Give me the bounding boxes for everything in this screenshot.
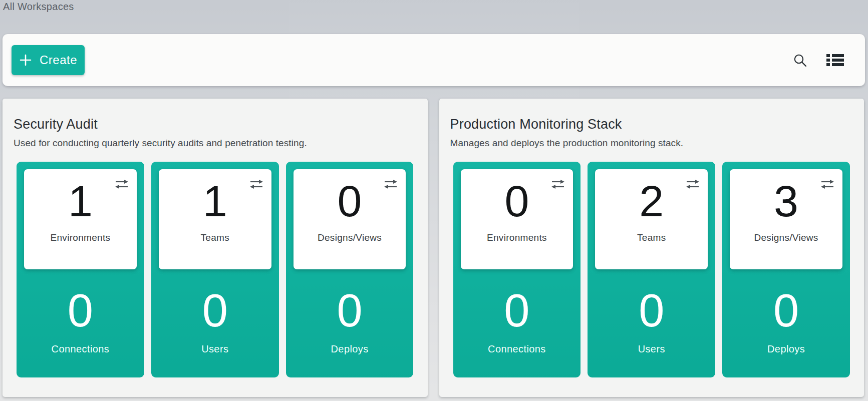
- workspace-title: Security Audit: [14, 117, 417, 132]
- swap-horizontal-arrows-icon[interactable]: [383, 179, 398, 191]
- stat-tile-secondary: 0 Deploys: [730, 287, 842, 355]
- list-view-icon[interactable]: [824, 52, 846, 69]
- stat-tile-secondary: 0 Connections: [24, 287, 137, 355]
- swap-horizontal-arrows-icon[interactable]: [685, 179, 700, 191]
- workspace-card-production-monitoring-stack[interactable]: Production Monitoring Stack Manages and …: [439, 99, 864, 397]
- secondary-label: Connections: [461, 343, 573, 355]
- create-button[interactable]: Create: [12, 45, 85, 75]
- search-icon[interactable]: [791, 51, 809, 70]
- stat-tile-secondary: 0 Deploys: [294, 287, 406, 355]
- secondary-label: Deploys: [294, 343, 406, 355]
- stat-tile-primary: 1 Teams: [159, 169, 271, 269]
- workspace-description: Manages and deploys the production monit…: [450, 138, 853, 149]
- page-title: All Workspaces: [3, 1, 74, 13]
- stat-tile-environments[interactable]: 1 Environments 0 Connections: [17, 162, 144, 377]
- stat-tile-designs-views[interactable]: 0 Designs/Views 0 Deploys: [286, 162, 414, 377]
- stat-tile-secondary: 0 Users: [595, 287, 708, 355]
- swap-horizontal-arrows-icon[interactable]: [249, 179, 264, 191]
- primary-label: Teams: [637, 232, 666, 243]
- primary-label: Designs/Views: [754, 232, 818, 243]
- stat-tile-secondary: 0 Users: [159, 287, 271, 355]
- create-button-label: Create: [40, 53, 77, 67]
- stat-tile-environments[interactable]: 0 Environments 0 Connections: [453, 162, 581, 377]
- stat-tiles: 1 Environments 0 Connections: [17, 162, 414, 377]
- stat-tile-teams[interactable]: 1 Teams 0 Users: [151, 162, 279, 377]
- secondary-label: Users: [595, 343, 708, 355]
- secondary-count: 0: [24, 287, 137, 333]
- workspace-card-security-audit[interactable]: Security Audit Used for conducting quart…: [3, 99, 428, 397]
- primary-count: 1: [203, 179, 227, 223]
- primary-label: Environments: [487, 232, 547, 243]
- secondary-count: 0: [294, 287, 406, 333]
- plus-icon: [19, 54, 32, 67]
- workspace-description: Used for conducting quarterly security a…: [14, 138, 417, 149]
- stat-tile-primary: 0 Designs/Views: [294, 169, 406, 269]
- stat-tile-primary: 0 Environments: [461, 169, 573, 269]
- stat-tile-secondary: 0 Connections: [461, 287, 573, 355]
- secondary-count: 0: [461, 287, 573, 333]
- secondary-label: Connections: [24, 343, 137, 355]
- secondary-label: Deploys: [730, 343, 842, 355]
- secondary-count: 0: [159, 287, 271, 333]
- secondary-count: 0: [730, 287, 842, 333]
- secondary-label: Users: [159, 343, 271, 355]
- primary-count: 0: [504, 179, 529, 223]
- primary-count: 1: [68, 179, 93, 223]
- stat-tile-designs-views[interactable]: 3 Designs/Views 0 Deploys: [722, 162, 850, 377]
- stat-tiles: 0 Environments 0 Connections: [453, 162, 850, 377]
- stat-tile-teams[interactable]: 2 Teams 0 Users: [588, 162, 715, 377]
- primary-count: 0: [338, 179, 362, 223]
- toolbar: Create: [3, 34, 865, 86]
- primary-count: 2: [639, 179, 664, 223]
- primary-label: Environments: [51, 232, 111, 243]
- stat-tile-primary: 1 Environments: [24, 169, 137, 269]
- workspace-list: Security Audit Used for conducting quart…: [3, 99, 864, 397]
- stat-tile-primary: 3 Designs/Views: [730, 169, 842, 269]
- stat-tile-primary: 2 Teams: [595, 169, 708, 269]
- secondary-count: 0: [595, 287, 708, 333]
- swap-horizontal-arrows-icon[interactable]: [820, 179, 835, 191]
- swap-horizontal-arrows-icon[interactable]: [114, 179, 129, 191]
- primary-label: Designs/Views: [318, 232, 382, 243]
- primary-count: 3: [774, 179, 798, 223]
- primary-label: Teams: [201, 232, 229, 243]
- swap-horizontal-arrows-icon[interactable]: [550, 179, 565, 191]
- workspace-title: Production Monitoring Stack: [450, 117, 853, 132]
